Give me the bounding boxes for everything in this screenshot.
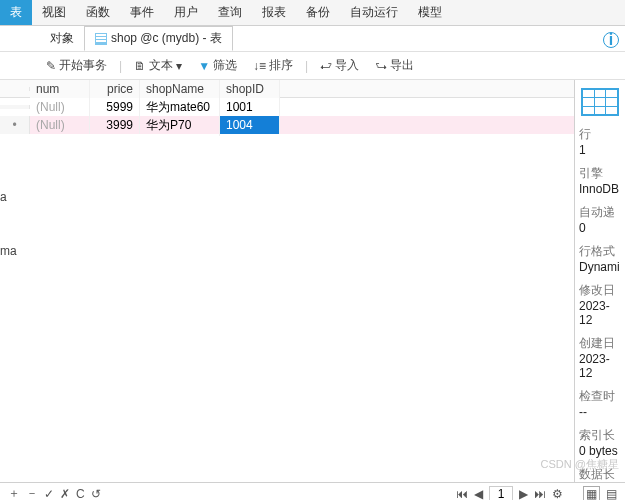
watermark: CSDN @焦糖星 [541, 457, 619, 472]
table-row[interactable]: • (Null) 3999 华为P70 1004 [0, 116, 574, 134]
col-shopname[interactable]: shopName [140, 80, 220, 98]
filter-label: 筛选 [213, 57, 237, 74]
last-page-button[interactable]: ⏭ [534, 487, 546, 501]
first-page-button[interactable]: ⏮ [456, 487, 468, 501]
col-shopid[interactable]: shopID [220, 80, 280, 98]
prop-rowformat-value: Dynami [579, 260, 621, 274]
export-label: 导出 [390, 57, 414, 74]
grid-body[interactable]: (Null) 5999 华为mate60 1001 • (Null) 3999 … [0, 98, 574, 482]
ribbon-tab-view[interactable]: 视图 [32, 0, 76, 25]
document-icon: 🗎 [134, 59, 146, 73]
add-record-button[interactable]: ＋ [8, 485, 20, 500]
content-area: num price shopName shopID (Null) 5999 华为… [0, 80, 625, 482]
prop-create-label: 创建日 [579, 335, 621, 352]
info-icon[interactable]: i [603, 32, 619, 48]
prop-engine-label: 引擎 [579, 165, 621, 182]
revert-button[interactable]: ↺ [91, 487, 101, 501]
delete-record-button[interactable]: － [26, 485, 38, 500]
settings-button[interactable]: ⚙ [552, 487, 563, 501]
col-price[interactable]: price [90, 80, 140, 98]
ribbon-tab-auto[interactable]: 自动运行 [340, 0, 408, 25]
prev-page-button[interactable]: ◀ [474, 487, 483, 501]
toolbar: ✎ 开始事务 | 🗎 文本 ▾ ▼ 筛选 ↓≡ 排序 | ⮐ 导入 ⮑ 导出 [0, 52, 625, 80]
prop-check-value: -- [579, 405, 621, 419]
tab-label: shop @c (mydb) - 表 [111, 30, 222, 47]
col-num[interactable]: num [30, 80, 90, 98]
cancel-button[interactable]: ✗ [60, 487, 70, 501]
prop-check-label: 检查时 [579, 388, 621, 405]
record-toolbar: ＋ － ✓ ✗ C ↺ ⏮ ◀ ▶ ⏭ ⚙ ▦ ▤ [0, 482, 625, 500]
table-icon [95, 33, 107, 45]
data-grid: num price shopName shopID (Null) 5999 华为… [0, 80, 575, 482]
begin-label: 开始事务 [59, 57, 107, 74]
ribbon-tab-table[interactable]: 表 [0, 0, 32, 25]
text-button[interactable]: 🗎 文本 ▾ [130, 55, 186, 76]
prop-rowformat-label: 行格式 [579, 243, 621, 260]
next-page-button[interactable]: ▶ [519, 487, 528, 501]
sort-label: 排序 [269, 57, 293, 74]
tab-object[interactable]: 对象 [40, 27, 84, 50]
prop-modify-value: 2023-12 [579, 299, 621, 327]
frag-a: a [0, 190, 17, 204]
prop-indexlen-label: 索引长 [579, 427, 621, 444]
ribbon-tab-model[interactable]: 模型 [408, 0, 452, 25]
prop-autoinc-value: 0 [579, 221, 621, 235]
chevron-down-icon: ▾ [176, 59, 182, 73]
prop-modify-label: 修改日 [579, 282, 621, 299]
ribbon-tab-backup[interactable]: 备份 [296, 0, 340, 25]
pencil-icon: ✎ [46, 59, 56, 73]
ribbon-tab-func[interactable]: 函数 [76, 0, 120, 25]
cell-price[interactable]: 3999 [90, 116, 140, 134]
prop-indexlen-value: 0 bytes [579, 444, 621, 458]
frag-ma: ma [0, 244, 17, 258]
import-icon: ⮐ [320, 59, 332, 73]
form-view-button[interactable]: ▤ [606, 487, 617, 501]
ribbon-tab-report[interactable]: 报表 [252, 0, 296, 25]
side-panel: 行 1 引擎 InnoDB 自动递 0 行格式 Dynami 修改日 2023-… [575, 80, 625, 482]
begin-transaction-button[interactable]: ✎ 开始事务 [42, 55, 111, 76]
filter-icon: ▼ [198, 59, 210, 73]
row-gutter[interactable]: • [0, 116, 30, 134]
svg-rect-2 [96, 37, 106, 39]
cell-price[interactable]: 5999 [90, 98, 140, 116]
ribbon-tab-event[interactable]: 事件 [120, 0, 164, 25]
svg-rect-1 [96, 34, 106, 36]
gutter-head [0, 87, 30, 91]
left-fragment: a ma [0, 150, 17, 298]
text-label: 文本 [149, 57, 173, 74]
cell-num[interactable]: (Null) [30, 116, 90, 134]
sort-button[interactable]: ↓≡ 排序 [249, 55, 297, 76]
sort-icon: ↓≡ [253, 59, 266, 73]
page-number-input[interactable] [489, 486, 513, 501]
prop-create-value: 2023-12 [579, 352, 621, 380]
cell-shopid[interactable]: 1001 [220, 98, 280, 116]
grid-header: num price shopName shopID [0, 80, 574, 98]
import-button[interactable]: ⮐ 导入 [316, 55, 363, 76]
prop-engine-value: InnoDB [579, 182, 621, 196]
export-icon: ⮑ [375, 59, 387, 73]
table-row[interactable]: (Null) 5999 华为mate60 1001 [0, 98, 574, 116]
commit-button[interactable]: ✓ [44, 487, 54, 501]
prop-rows-value: 1 [579, 143, 621, 157]
cell-shopname[interactable]: 华为P70 [140, 115, 220, 136]
svg-rect-3 [96, 40, 106, 42]
prop-autoinc-label: 自动递 [579, 204, 621, 221]
prop-rows-label: 行 [579, 126, 621, 143]
grid-view-button[interactable]: ▦ [583, 486, 600, 501]
table-big-icon [581, 88, 619, 116]
ribbon-tab-user[interactable]: 用户 [164, 0, 208, 25]
row-gutter[interactable] [0, 105, 30, 109]
cell-num[interactable]: (Null) [30, 98, 90, 116]
ribbon: 表 视图 函数 事件 用户 查询 报表 备份 自动运行 模型 [0, 0, 625, 26]
filter-button[interactable]: ▼ 筛选 [194, 55, 241, 76]
refresh-button[interactable]: C [76, 487, 85, 501]
tab-shop-table[interactable]: shop @c (mydb) - 表 [84, 26, 233, 51]
document-tabs: 对象 shop @c (mydb) - 表 [0, 26, 625, 52]
cell-shopid[interactable]: 1004 [220, 116, 280, 134]
ribbon-tab-query[interactable]: 查询 [208, 0, 252, 25]
export-button[interactable]: ⮑ 导出 [371, 55, 418, 76]
import-label: 导入 [335, 57, 359, 74]
